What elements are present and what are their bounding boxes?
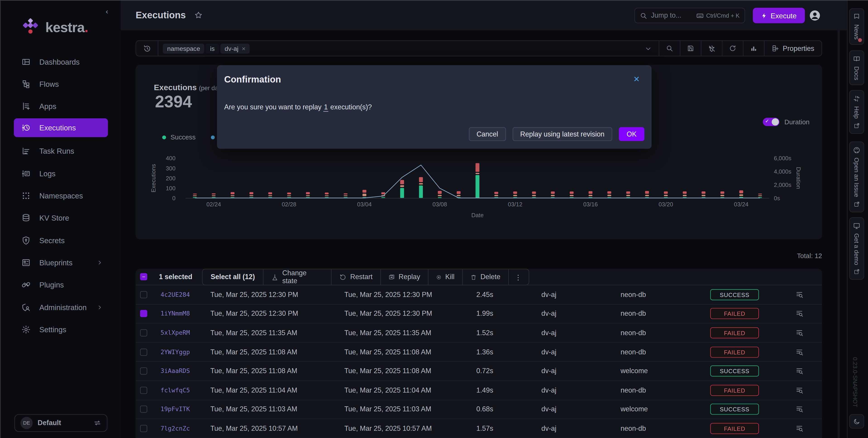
kill-button[interactable]: Kill [429, 269, 463, 285]
sidebar-item-blueprints[interactable]: Blueprints [14, 253, 108, 272]
sidebar-item-administration[interactable]: Administration [14, 298, 108, 317]
open-issue-tab[interactable]: Open an Issue [849, 141, 864, 212]
row-checkbox[interactable] [140, 329, 147, 337]
execute-button[interactable]: Execute [753, 8, 805, 23]
row-checkbox[interactable] [140, 425, 147, 432]
news-tab[interactable]: News [849, 8, 864, 44]
end-date-cell: Tue, Mar 25, 2025 11:35 AM [344, 329, 431, 337]
replay-latest-revision-button[interactable]: Replay using latest revision [513, 127, 612, 141]
save-filter-button[interactable] [680, 41, 701, 56]
execution-id-link[interactable]: 3iAaaRDS [160, 368, 190, 375]
table-row[interactable]: 3iAaaRDS Tue, Mar 25, 2025 11:08 AM Tue,… [135, 362, 822, 381]
table-row[interactable]: 5xlXpeRM Tue, Mar 25, 2025 11:35 AM Tue,… [135, 324, 822, 343]
disable-triggers-button[interactable] [701, 41, 722, 56]
ok-button[interactable]: OK [619, 127, 645, 141]
duration-toggle-switch[interactable]: ✓ [763, 118, 779, 126]
properties-button[interactable]: Properties [764, 41, 822, 56]
modal-close-icon[interactable]: ✕ [633, 75, 640, 83]
sidebar-item-settings[interactable]: Settings [14, 320, 108, 339]
cancel-button[interactable]: Cancel [469, 127, 506, 141]
external-link-icon [854, 123, 860, 129]
status-badge: FAILED [710, 423, 759, 434]
duration-cell: 0.72s [445, 367, 493, 375]
sidebar-collapse-button[interactable]: ‹ [106, 7, 108, 15]
execution-id-link[interactable]: 19pFvITK [160, 406, 190, 413]
filter-history-button[interactable] [136, 41, 158, 56]
news-notification-dot [858, 38, 862, 42]
trigger-off-icon [708, 44, 715, 52]
legend-item-success[interactable]: Success [162, 133, 196, 141]
filter-dropdown-button[interactable] [638, 41, 659, 56]
execution-id-link[interactable]: 7lg2cnZc [160, 425, 190, 432]
execution-overview-icon[interactable] [796, 348, 803, 356]
filter-chip-field[interactable]: namespace [163, 43, 205, 53]
row-checkbox[interactable] [140, 406, 147, 413]
start-date-cell: Tue, Mar 25, 2025 10:57 AM [211, 425, 298, 432]
external-link-icon [854, 269, 860, 275]
docs-tab[interactable]: Docs [849, 50, 864, 85]
filter-search-button[interactable] [659, 41, 680, 56]
row-checkbox[interactable] [140, 368, 147, 375]
execution-id-link[interactable]: 5xlXpeRM [160, 329, 190, 337]
execution-overview-icon[interactable] [796, 425, 803, 432]
user-avatar[interactable] [809, 9, 821, 22]
replay-button[interactable]: Replay [381, 269, 428, 285]
check-icon: ✓ [765, 119, 769, 124]
toggle-charts-button[interactable] [743, 41, 764, 56]
sidebar-item-label: Administration [39, 303, 87, 312]
row-checkbox[interactable] [140, 291, 147, 298]
row-checkbox[interactable] [140, 310, 147, 317]
table-row[interactable]: 4c2UE284 Tue, Mar 25, 2025 12:30 PM Tue,… [135, 285, 822, 304]
sidebar-item-dashboards[interactable]: Dashboards [14, 53, 108, 71]
remove-filter-icon[interactable]: × [242, 45, 245, 52]
execution-id-link[interactable]: 2YWIYggp [160, 348, 190, 356]
theme-toggle-button[interactable] [849, 414, 864, 429]
execution-id-link[interactable]: 1iYNmmM8 [160, 310, 190, 317]
kestra-logo[interactable]: kestra. [21, 17, 88, 37]
table-row[interactable]: 7lg2cnZc Tue, Mar 25, 2025 10:57 AM Tue,… [135, 419, 822, 438]
delete-button[interactable]: Delete [463, 269, 509, 285]
sidebar-item-logs[interactable]: Logs [14, 164, 108, 183]
favorite-star-icon[interactable] [194, 11, 203, 20]
row-checkbox[interactable] [140, 387, 147, 394]
table-row[interactable]: 19pFvITK Tue, Mar 25, 2025 11:03 AM Tue,… [135, 400, 822, 419]
row-checkbox[interactable] [140, 348, 147, 356]
table-row[interactable]: fclwfqC5 Tue, Mar 25, 2025 11:04 AM Tue,… [135, 381, 822, 400]
more-actions-button[interactable]: ⋮ [509, 269, 527, 285]
execution-overview-icon[interactable] [796, 310, 803, 317]
sidebar-item-namespaces[interactable]: Namespaces [14, 186, 108, 205]
execution-overview-icon[interactable] [796, 386, 803, 394]
execution-overview-icon[interactable] [796, 329, 803, 337]
execution-overview-icon[interactable] [796, 291, 803, 298]
table-row[interactable]: 2YWIYggp Tue, Mar 25, 2025 11:08 AM Tue,… [135, 343, 822, 362]
restart-button[interactable]: Restart [332, 269, 381, 285]
select-all-button[interactable]: Select all (12) [203, 269, 264, 285]
filter-chip-operator[interactable]: is [206, 43, 219, 53]
sidebar-item-secrets[interactable]: Secrets [14, 231, 108, 250]
tenant-switcher[interactable]: DE Default [14, 414, 107, 432]
get-demo-tab[interactable]: Get a demo [849, 217, 864, 280]
select-all-checkbox[interactable]: − [140, 273, 147, 280]
execution-overview-icon[interactable] [796, 405, 803, 413]
help-tab[interactable]: Help [849, 90, 864, 134]
sidebar-item-executions[interactable]: Executions [14, 119, 108, 137]
filter-chip-value[interactable]: dv-aj× [220, 43, 250, 53]
table-row[interactable]: 1iYNmmM8 Tue, Mar 25, 2025 12:30 PM Tue,… [135, 304, 822, 324]
sidebar-item-label: Plugins [39, 281, 64, 289]
sidebar-item-plugins[interactable]: Plugins [14, 275, 108, 294]
sidebar-item-flows[interactable]: Flows [14, 75, 108, 93]
sidebar-item-kv-store[interactable]: KV Store [14, 208, 108, 227]
chart-total-count: 2394 [155, 93, 192, 111]
sidebar-item-apps[interactable]: Apps [14, 97, 108, 115]
execution-id-link[interactable]: 4c2UE284 [160, 291, 190, 298]
execution-id-link[interactable]: fclwfqC5 [160, 387, 190, 394]
sidebar-item-task-runs[interactable]: Task Runs [14, 141, 108, 160]
execution-overview-icon[interactable] [796, 367, 803, 375]
refresh-button[interactable] [722, 41, 743, 56]
filter-chip-group[interactable]: namespace is dv-aj× [163, 43, 250, 53]
execution-count: 1 [323, 103, 328, 112]
executions-bar-chart[interactable] [186, 158, 770, 199]
jump-to-search[interactable]: Jump to... Ctrl/Cmd + K [634, 8, 745, 23]
change-state-button[interactable]: Change state [264, 269, 332, 285]
scrollbar-track[interactable] [837, 31, 840, 438]
